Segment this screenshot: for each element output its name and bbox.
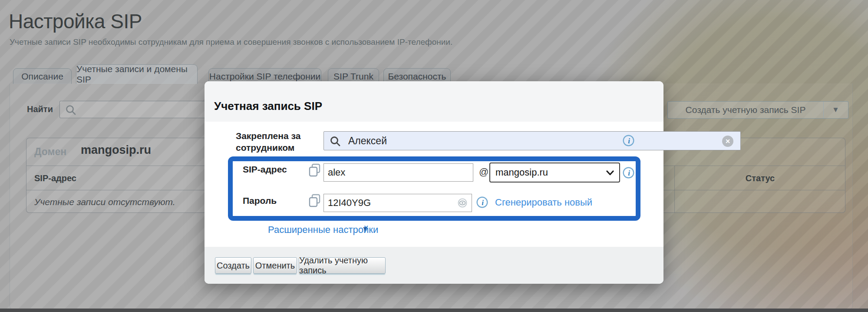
employee-field-label: Закреплена за сотрудником <box>236 130 312 154</box>
sip-address-label: SIP-адрес <box>243 164 287 176</box>
eye-icon[interactable] <box>457 198 468 208</box>
cancel-button[interactable]: Отменить <box>253 257 297 274</box>
sip-account-modal: Учетная запись SIP Закреплена за сотрудн… <box>205 81 663 284</box>
page-footer-band <box>0 309 868 312</box>
sip-settings-page: Настройка SIP Учетные записи SIP необход… <box>0 0 868 312</box>
employee-value: Алексей <box>348 135 387 147</box>
delete-account-button-label: Удалить учетную запись <box>299 256 385 275</box>
info-icon[interactable]: i <box>623 135 634 146</box>
chevron-down-icon <box>606 170 614 176</box>
password-input[interactable]: 12I40Y9G <box>323 194 472 212</box>
cancel-button-label: Отменить <box>255 261 295 271</box>
at-separator: @ <box>479 166 488 178</box>
svg-text:i: i <box>482 199 484 207</box>
search-icon <box>330 136 341 147</box>
employee-search-input[interactable]: Алексей ✕ <box>323 131 741 150</box>
modal-title: Учетная запись SIP <box>214 100 322 113</box>
create-button[interactable]: Создать <box>215 257 251 274</box>
info-icon[interactable]: i <box>476 196 488 208</box>
sip-address-input[interactable]: alex <box>323 163 473 182</box>
sip-domain-select[interactable]: mangosip.ru <box>489 163 620 183</box>
clear-icon[interactable]: ✕ <box>722 136 733 147</box>
info-icon[interactable]: i <box>623 167 634 179</box>
svg-text:i: i <box>628 137 630 145</box>
password-value: 12I40Y9G <box>328 197 371 209</box>
sip-address-value: alex <box>328 167 345 178</box>
delete-account-button[interactable]: Удалить учетную запись <box>299 257 386 274</box>
create-button-label: Создать <box>217 261 250 271</box>
sip-domain-selected: mangosip.ru <box>495 167 548 178</box>
copy-icon[interactable] <box>308 163 322 178</box>
copy-icon[interactable] <box>308 193 322 208</box>
svg-text:i: i <box>628 169 630 177</box>
triangle-down-icon: ▼ <box>362 225 369 233</box>
generate-new-password-link[interactable]: Сгенерировать новый <box>495 197 592 208</box>
password-label: Пароль <box>243 195 277 207</box>
